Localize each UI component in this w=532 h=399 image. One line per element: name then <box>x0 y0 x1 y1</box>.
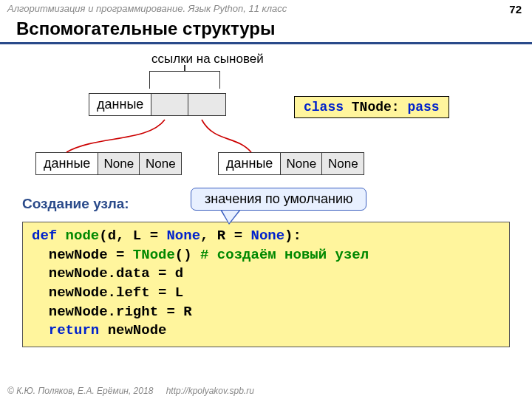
create-node-label: Создание узла: <box>22 196 129 212</box>
left-node-data: данные <box>36 153 98 174</box>
kw-pass: pass <box>407 100 439 115</box>
top-node: данные <box>89 93 226 116</box>
top-node-right-ptr <box>188 94 225 115</box>
left-child-node: данные None None <box>35 152 182 175</box>
slide-content: ссылки на сыновей данные данные None Non… <box>0 50 532 375</box>
l2c: () <box>175 247 200 263</box>
fn-name: node <box>57 228 99 244</box>
function-code-box: def node(d, L = None, R = None): newNode… <box>22 222 510 347</box>
sons-pointer-label: ссылки на сыновей <box>151 52 264 66</box>
right-node-r: None <box>322 153 364 174</box>
page-number: 72 <box>509 3 522 16</box>
l6c: newNode <box>99 322 166 338</box>
sig1: (d, L = <box>99 228 166 244</box>
slide-footer: © К.Ю. Поляков, Е.А. Ерёмин, 2018 http:/… <box>7 386 254 396</box>
comment: # создаём новый узел <box>200 247 369 263</box>
top-node-data: данные <box>89 94 151 115</box>
default-values-callout: значения по умолчанию <box>191 188 366 211</box>
kw-return: return <box>49 322 99 338</box>
copyright: © К.Ю. Поляков, Е.А. Ерёмин, 2018 <box>7 386 153 396</box>
none1: None <box>166 228 200 244</box>
footer-url: http://kpolyakov.spb.ru <box>166 386 254 396</box>
pointer-arrows <box>0 50 488 198</box>
right-node-l: None <box>281 153 322 174</box>
page-title: Вспомогательные структуры <box>0 17 532 44</box>
none2: None <box>250 228 284 244</box>
top-node-left-ptr <box>151 94 188 115</box>
l3: newNode.data = d <box>32 265 183 282</box>
left-node-r: None <box>140 153 181 174</box>
callout-tail <box>222 210 239 223</box>
class-name: TNode: <box>344 100 407 115</box>
sig2: , R = <box>200 228 250 244</box>
l5: newNode.right = R <box>32 304 192 320</box>
l6a <box>32 322 49 338</box>
sons-bracket <box>149 71 220 89</box>
kw-class: class <box>304 100 344 115</box>
left-node-l: None <box>98 153 140 174</box>
l2a: newNode = <box>32 247 133 263</box>
tnode-call: TNode <box>133 247 175 263</box>
course-label: Алгоритмизация и программирование. Язык … <box>7 3 287 16</box>
right-child-node: данные None None <box>218 152 364 175</box>
slide-header: Алгоритмизация и программирование. Язык … <box>0 0 532 17</box>
l4: newNode.left = L <box>32 284 183 301</box>
kw-def: def <box>32 228 57 244</box>
sig3: ): <box>284 228 301 244</box>
right-node-data: данные <box>219 153 281 174</box>
class-code-box: class TNode: pass <box>294 96 449 118</box>
